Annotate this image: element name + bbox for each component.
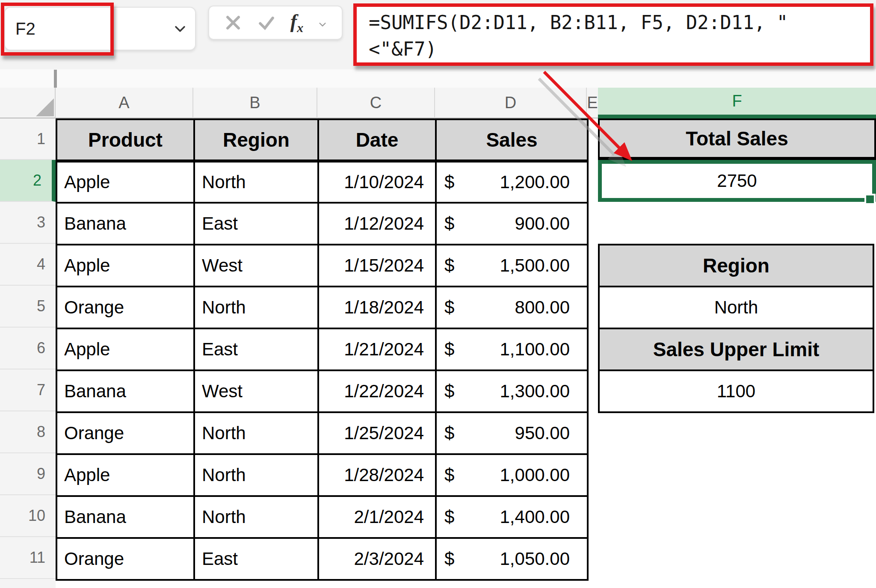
column-header-d[interactable]: D <box>435 88 587 118</box>
table-row: Banana North 2/1/2024 $1,400.00 <box>56 496 588 538</box>
table-cell[interactable]: Orange <box>56 538 194 580</box>
name-box-highlight-box <box>1 3 114 56</box>
excel-window: F2 fx =SUMIFS(D2:D11, B2:B11, F5, D2:D11… <box>0 0 876 588</box>
table-cell[interactable]: North <box>194 287 318 328</box>
row-header-9[interactable]: 9 <box>0 453 56 495</box>
table-row: Banana West 1/22/2024 $1,300.00 <box>56 370 588 412</box>
table-cell[interactable]: North <box>194 454 318 496</box>
toolbar-lower-band <box>0 69 876 88</box>
row-header-strip: 1 2 3 4 5 6 7 8 9 10 11 <box>0 118 56 588</box>
table-cell[interactable]: 1/10/2024 <box>318 161 436 203</box>
region-value-cell[interactable]: North <box>599 287 873 328</box>
table-cell[interactable]: $950.00 <box>436 412 588 454</box>
table-cell[interactable]: 2/3/2024 <box>318 538 436 580</box>
header-cell-date[interactable]: Date <box>318 119 436 161</box>
table-cell[interactable]: 1/12/2024 <box>318 203 436 245</box>
formula-buttons-group: fx <box>208 6 343 40</box>
fill-handle[interactable] <box>864 194 876 205</box>
row-header-4[interactable]: 4 <box>0 244 56 286</box>
table-cell[interactable]: $1,200.00 <box>436 161 588 203</box>
table-cell[interactable]: 1/18/2024 <box>318 287 436 328</box>
criteria-table: Region North Sales Upper Limit 1100 <box>598 244 874 413</box>
table-cell[interactable]: $1,300.00 <box>436 370 588 412</box>
region-label-cell[interactable]: Region <box>599 245 873 287</box>
table-cell[interactable]: $1,400.00 <box>436 496 588 538</box>
table-row: Orange North 1/25/2024 $950.00 <box>56 412 588 454</box>
table-cell[interactable]: $900.00 <box>436 203 588 245</box>
table-cell[interactable]: East <box>194 203 318 245</box>
table-cell[interactable]: Banana <box>56 203 194 245</box>
row-header-6[interactable]: 6 <box>0 328 56 369</box>
table-cell[interactable]: Banana <box>56 370 194 412</box>
table-cell[interactable]: $1,000.00 <box>436 454 588 496</box>
table-cell[interactable]: 1/22/2024 <box>318 370 436 412</box>
total-sales-header-cell[interactable]: Total Sales <box>598 118 876 160</box>
total-sales-value: 2750 <box>717 171 757 191</box>
table-cell[interactable]: $1,500.00 <box>436 245 588 287</box>
row-header-3[interactable]: 3 <box>0 202 56 244</box>
formula-line-2: <"&F7) <box>369 38 437 60</box>
table-row: Apple North 1/28/2024 $1,000.00 <box>56 454 588 496</box>
table-cell[interactable]: West <box>194 245 318 287</box>
table-cell[interactable]: North <box>194 496 318 538</box>
formula-input[interactable]: =SUMIFS(D2:D11, B2:B11, F5, D2:D11, "<"&… <box>369 9 861 62</box>
header-cell-product[interactable]: Product <box>56 119 194 161</box>
name-box-chevron-down-icon[interactable] <box>173 21 187 36</box>
fx-chevron-down-icon[interactable] <box>318 20 327 29</box>
table-cell[interactable]: 1/21/2024 <box>318 328 436 370</box>
sales-upper-limit-label-cell[interactable]: Sales Upper Limit <box>599 328 873 370</box>
table-cell[interactable]: Banana <box>56 496 194 538</box>
row-header-5[interactable]: 5 <box>0 286 56 328</box>
table-cell[interactable]: North <box>194 412 318 454</box>
table-row: Orange East 2/3/2024 $1,050.00 <box>56 538 588 580</box>
table-cell[interactable]: East <box>194 328 318 370</box>
table-row: Orange North 1/18/2024 $800.00 <box>56 287 588 328</box>
table-row: Banana East 1/12/2024 $900.00 <box>56 203 588 245</box>
row-header-1[interactable]: 1 <box>0 118 56 160</box>
table-cell[interactable]: 2/1/2024 <box>318 496 436 538</box>
table-row: Apple North 1/10/2024 $1,200.00 <box>56 161 588 203</box>
table-cell[interactable]: Apple <box>56 328 194 370</box>
column-header-f[interactable]: F <box>598 88 876 118</box>
table-cell[interactable]: $1,100.00 <box>436 328 588 370</box>
cancel-icon[interactable] <box>224 13 243 32</box>
row-header-2[interactable]: 2 <box>0 160 56 202</box>
table-cell[interactable]: 1/28/2024 <box>318 454 436 496</box>
table-cell[interactable]: Apple <box>56 454 194 496</box>
column-header-c[interactable]: C <box>317 88 435 118</box>
row-header-11[interactable]: 11 <box>0 537 56 579</box>
table-cell[interactable]: Apple <box>56 245 194 287</box>
table-header-row: Product Region Date Sales <box>56 119 588 161</box>
table-row: Apple East 1/21/2024 $1,100.00 <box>56 328 588 370</box>
row-header-10[interactable]: 10 <box>0 495 56 537</box>
grid-corner-tick <box>54 70 57 89</box>
insert-function-fx-icon[interactable]: fx <box>290 10 303 35</box>
table-cell[interactable]: North <box>194 161 318 203</box>
row-header-8[interactable]: 8 <box>0 411 56 453</box>
table-cell[interactable]: West <box>194 370 318 412</box>
formula-line-1: =SUMIFS(D2:D11, B2:B11, F5, D2:D11, " <box>369 12 788 33</box>
header-cell-sales[interactable]: Sales <box>436 119 588 161</box>
table-row: Apple West 1/15/2024 $1,500.00 <box>56 245 588 287</box>
table-cell[interactable]: 1/25/2024 <box>318 412 436 454</box>
sales-upper-limit-value-cell[interactable]: 1100 <box>599 370 873 412</box>
table-cell[interactable]: East <box>194 538 318 580</box>
table-cell[interactable]: 1/15/2024 <box>318 245 436 287</box>
column-header-e[interactable]: E <box>587 88 598 118</box>
column-header-a[interactable]: A <box>56 88 193 118</box>
table-cell[interactable]: $1,050.00 <box>436 538 588 580</box>
table-cell[interactable]: Apple <box>56 161 194 203</box>
table-cell[interactable]: Orange <box>56 412 194 454</box>
column-header-b[interactable]: B <box>193 88 317 118</box>
row-header-7[interactable]: 7 <box>0 369 56 411</box>
table-cell[interactable]: $800.00 <box>436 287 588 328</box>
header-cell-region[interactable]: Region <box>194 119 318 161</box>
sales-data-table: Product Region Date Sales Apple North 1/… <box>56 118 589 581</box>
enter-check-icon[interactable] <box>257 13 276 32</box>
table-cell[interactable]: Orange <box>56 287 194 328</box>
selected-cell-f2[interactable]: 2750 <box>598 160 876 202</box>
